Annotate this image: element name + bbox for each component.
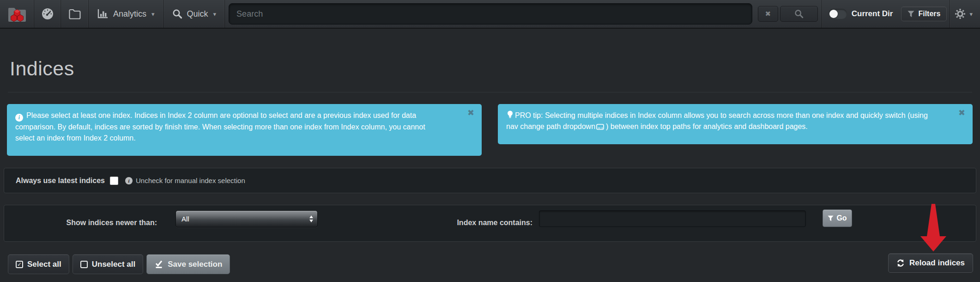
lightbulb-icon	[507, 110, 513, 119]
search-icon	[794, 9, 804, 19]
name-contains-label: Index name contains:	[434, 219, 532, 227]
top-navbar: Analytics ▾ Quick ▾ ✖	[0, 0, 980, 29]
current-dir-toggle-group: Current Dir	[822, 0, 900, 28]
directories-nav-item[interactable]	[61, 0, 89, 28]
page-title: Indices	[10, 57, 74, 80]
save-check-icon	[154, 260, 163, 269]
latest-indices-checkbox[interactable]	[110, 177, 118, 185]
info-icon: i	[125, 177, 133, 184]
gauge-icon	[41, 7, 54, 21]
analytics-menu-label: Analytics	[113, 9, 146, 19]
current-dir-toggle[interactable]	[829, 9, 847, 19]
selection-actions: ✓ Select all Unselect all Save selection	[8, 254, 230, 274]
name-contains-input[interactable]	[539, 210, 806, 227]
analytics-menu[interactable]: Analytics ▾	[89, 0, 163, 28]
latest-indices-label: Always use latest indices	[16, 177, 105, 185]
close-icon[interactable]: ✖	[467, 109, 474, 117]
quick-menu[interactable]: Quick ▾	[163, 0, 225, 28]
checked-checkbox-icon: ✓	[16, 261, 23, 268]
newer-than-label: Show indices newer than:	[18, 219, 157, 227]
unchecked-checkbox-icon	[80, 261, 88, 268]
current-dir-label: Current Dir	[852, 9, 893, 18]
select-all-button[interactable]: ✓ Select all	[8, 254, 69, 274]
gear-icon	[955, 8, 966, 19]
newer-than-select[interactable]: All	[175, 210, 318, 227]
info-alert-text: Please select at least one index. Indice…	[15, 111, 425, 142]
search-input[interactable]	[229, 3, 752, 25]
folder-icon	[68, 8, 81, 20]
chevron-down-icon: ▾	[969, 11, 973, 18]
drive-icon	[596, 124, 604, 130]
select-arrows-icon	[309, 211, 313, 227]
info-icon: i	[15, 114, 23, 122]
go-button[interactable]: Go	[823, 209, 852, 227]
pro-tip-text-after: ) between index top paths for analytics …	[606, 123, 808, 130]
search-icon	[172, 8, 183, 19]
search-submit-button[interactable]	[780, 6, 818, 22]
toggle-knob	[829, 10, 838, 18]
filters-button[interactable]: Filters	[901, 6, 947, 21]
close-icon[interactable]: ✖	[958, 109, 965, 117]
chevron-down-icon: ▾	[151, 11, 155, 18]
unselect-all-button[interactable]: Unselect all	[73, 254, 144, 274]
bar-chart-icon	[97, 9, 109, 19]
close-icon: ✖	[765, 10, 771, 18]
save-selection-label: Save selection	[168, 260, 222, 269]
unselect-all-label: Unselect all	[92, 260, 136, 269]
info-alert: iPlease select at least one index. Indic…	[7, 104, 482, 156]
latest-indices-hint: i Uncheck for manual index selection	[123, 177, 245, 184]
select-all-label: Select all	[27, 260, 61, 269]
reload-indices-button[interactable]: Reload indices	[888, 253, 973, 273]
settings-menu[interactable]: ▾	[950, 0, 980, 28]
funnel-icon	[828, 215, 834, 221]
latest-indices-hint-text: Uncheck for manual index selection	[136, 177, 245, 184]
global-search-wrap	[225, 0, 755, 28]
clear-search-button[interactable]: ✖	[758, 6, 778, 22]
latest-indices-panel: Always use latest indices i Uncheck for …	[4, 168, 976, 193]
logo-folder-cubes-icon	[7, 6, 27, 22]
chevron-down-icon: ▾	[213, 11, 217, 18]
funnel-icon	[907, 11, 914, 18]
reload-indices-label: Reload indices	[909, 258, 965, 268]
newer-than-selected-value: All	[181, 215, 189, 223]
save-selection-button[interactable]: Save selection	[146, 254, 230, 274]
refresh-icon	[896, 259, 905, 267]
dashboard-nav-item[interactable]	[34, 0, 61, 28]
app-logo[interactable]	[0, 0, 34, 28]
quick-menu-label: Quick	[187, 9, 208, 19]
app-root: Analytics ▾ Quick ▾ ✖	[0, 0, 980, 282]
pro-tip-alert: PRO tip: Selecting multiple indices in I…	[498, 104, 973, 144]
filters-label: Filters	[918, 10, 940, 18]
go-label: Go	[836, 214, 847, 222]
title-divider	[8, 92, 972, 92]
